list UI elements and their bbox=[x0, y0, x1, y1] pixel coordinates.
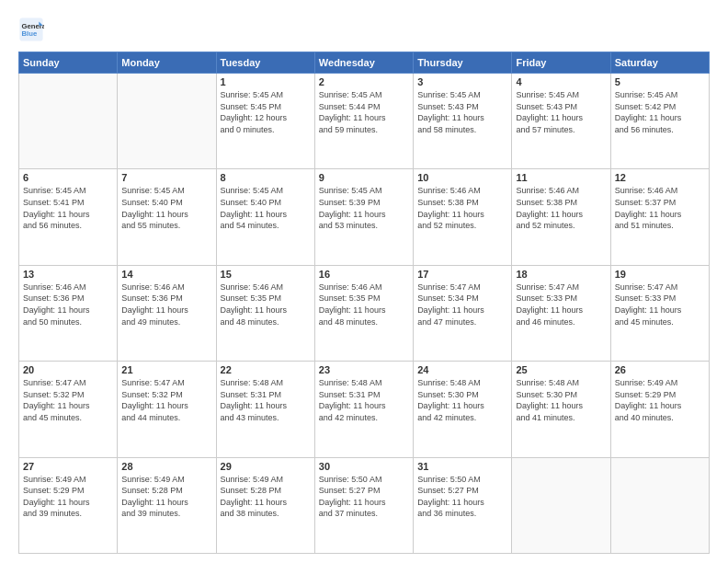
cell-info: Sunrise: 5:45 AM Sunset: 5:44 PM Dayligh… bbox=[319, 89, 409, 135]
calendar-cell: 15Sunrise: 5:46 AM Sunset: 5:35 PM Dayli… bbox=[216, 265, 314, 361]
cell-info: Sunrise: 5:46 AM Sunset: 5:35 PM Dayligh… bbox=[221, 282, 311, 327]
cell-info: Sunrise: 5:48 AM Sunset: 5:30 PM Dayligh… bbox=[516, 377, 606, 423]
cell-info: Sunrise: 5:45 AM Sunset: 5:39 PM Dayligh… bbox=[319, 185, 409, 231]
cell-info: Sunrise: 5:45 AM Sunset: 5:43 PM Dayligh… bbox=[417, 89, 507, 135]
col-header-saturday: Saturday bbox=[610, 52, 709, 74]
calendar-header-row: SundayMondayTuesdayWednesdayThursdayFrid… bbox=[19, 52, 710, 74]
day-number: 22 bbox=[221, 364, 311, 375]
day-number: 10 bbox=[417, 172, 507, 183]
day-number: 30 bbox=[319, 461, 409, 472]
day-number: 21 bbox=[121, 364, 211, 375]
cell-info: Sunrise: 5:46 AM Sunset: 5:35 PM Dayligh… bbox=[319, 282, 409, 327]
day-number: 1 bbox=[221, 76, 311, 87]
calendar-week-5: 27Sunrise: 5:49 AM Sunset: 5:29 PM Dayli… bbox=[19, 457, 710, 553]
cell-info: Sunrise: 5:49 AM Sunset: 5:28 PM Dayligh… bbox=[121, 474, 211, 520]
cell-info: Sunrise: 5:45 AM Sunset: 5:43 PM Dayligh… bbox=[516, 89, 606, 135]
col-header-wednesday: Wednesday bbox=[314, 52, 413, 74]
cell-info: Sunrise: 5:49 AM Sunset: 5:29 PM Dayligh… bbox=[23, 474, 113, 520]
calendar-cell: 12Sunrise: 5:46 AM Sunset: 5:37 PM Dayli… bbox=[610, 169, 709, 265]
day-number: 17 bbox=[417, 269, 507, 280]
calendar-cell: 8Sunrise: 5:45 AM Sunset: 5:40 PM Daylig… bbox=[216, 169, 314, 265]
cell-info: Sunrise: 5:50 AM Sunset: 5:27 PM Dayligh… bbox=[319, 474, 409, 520]
calendar-cell bbox=[512, 457, 610, 553]
page: General Blue SundayMondayTuesdayWednesda… bbox=[0, 0, 728, 563]
day-number: 25 bbox=[516, 364, 606, 375]
cell-info: Sunrise: 5:46 AM Sunset: 5:37 PM Dayligh… bbox=[615, 185, 705, 231]
calendar-cell: 6Sunrise: 5:45 AM Sunset: 5:41 PM Daylig… bbox=[19, 169, 118, 265]
calendar-cell: 13Sunrise: 5:46 AM Sunset: 5:36 PM Dayli… bbox=[19, 265, 118, 361]
calendar-cell: 3Sunrise: 5:45 AM Sunset: 5:43 PM Daylig… bbox=[414, 74, 512, 169]
calendar-cell: 16Sunrise: 5:46 AM Sunset: 5:35 PM Dayli… bbox=[314, 265, 413, 361]
cell-info: Sunrise: 5:49 AM Sunset: 5:28 PM Dayligh… bbox=[221, 474, 311, 520]
col-header-friday: Friday bbox=[512, 52, 610, 74]
day-number: 26 bbox=[615, 364, 705, 375]
calendar-cell: 10Sunrise: 5:46 AM Sunset: 5:38 PM Dayli… bbox=[414, 169, 512, 265]
calendar-week-1: 1Sunrise: 5:45 AM Sunset: 5:45 PM Daylig… bbox=[19, 74, 710, 169]
cell-info: Sunrise: 5:47 AM Sunset: 5:33 PM Dayligh… bbox=[615, 282, 705, 327]
day-number: 19 bbox=[615, 269, 705, 280]
cell-info: Sunrise: 5:47 AM Sunset: 5:34 PM Dayligh… bbox=[417, 282, 507, 327]
calendar-cell: 30Sunrise: 5:50 AM Sunset: 5:27 PM Dayli… bbox=[314, 457, 413, 553]
cell-info: Sunrise: 5:48 AM Sunset: 5:31 PM Dayligh… bbox=[221, 377, 311, 423]
cell-info: Sunrise: 5:46 AM Sunset: 5:36 PM Dayligh… bbox=[121, 282, 211, 327]
day-number: 18 bbox=[516, 269, 606, 280]
calendar-week-2: 6Sunrise: 5:45 AM Sunset: 5:41 PM Daylig… bbox=[19, 169, 710, 265]
day-number: 5 bbox=[615, 76, 705, 87]
calendar-cell: 18Sunrise: 5:47 AM Sunset: 5:33 PM Dayli… bbox=[512, 265, 610, 361]
calendar-cell: 29Sunrise: 5:49 AM Sunset: 5:28 PM Dayli… bbox=[216, 457, 314, 553]
cell-info: Sunrise: 5:48 AM Sunset: 5:30 PM Dayligh… bbox=[417, 377, 507, 423]
col-header-monday: Monday bbox=[118, 52, 216, 74]
calendar-cell: 11Sunrise: 5:46 AM Sunset: 5:38 PM Dayli… bbox=[512, 169, 610, 265]
day-number: 6 bbox=[23, 172, 113, 183]
calendar-cell: 17Sunrise: 5:47 AM Sunset: 5:34 PM Dayli… bbox=[414, 265, 512, 361]
calendar-cell: 24Sunrise: 5:48 AM Sunset: 5:30 PM Dayli… bbox=[414, 362, 512, 457]
day-number: 4 bbox=[516, 76, 606, 87]
calendar-cell bbox=[19, 74, 118, 169]
day-number: 7 bbox=[121, 172, 211, 183]
day-number: 12 bbox=[615, 172, 705, 183]
cell-info: Sunrise: 5:46 AM Sunset: 5:36 PM Dayligh… bbox=[23, 282, 113, 327]
cell-info: Sunrise: 5:45 AM Sunset: 5:42 PM Dayligh… bbox=[615, 89, 705, 135]
header: General Blue bbox=[18, 17, 710, 42]
day-number: 20 bbox=[23, 364, 113, 375]
day-number: 14 bbox=[121, 269, 211, 280]
day-number: 8 bbox=[221, 172, 311, 183]
day-number: 28 bbox=[121, 461, 211, 472]
cell-info: Sunrise: 5:46 AM Sunset: 5:38 PM Dayligh… bbox=[516, 185, 606, 231]
calendar-table: SundayMondayTuesdayWednesdayThursdayFrid… bbox=[18, 52, 710, 554]
day-number: 24 bbox=[417, 364, 507, 375]
calendar-cell: 25Sunrise: 5:48 AM Sunset: 5:30 PM Dayli… bbox=[512, 362, 610, 457]
cell-info: Sunrise: 5:45 AM Sunset: 5:45 PM Dayligh… bbox=[221, 89, 311, 135]
calendar-cell: 4Sunrise: 5:45 AM Sunset: 5:43 PM Daylig… bbox=[512, 74, 610, 169]
day-number: 29 bbox=[221, 461, 311, 472]
calendar-cell: 7Sunrise: 5:45 AM Sunset: 5:40 PM Daylig… bbox=[118, 169, 216, 265]
day-number: 3 bbox=[417, 76, 507, 87]
cell-info: Sunrise: 5:49 AM Sunset: 5:29 PM Dayligh… bbox=[615, 377, 705, 423]
day-number: 16 bbox=[319, 269, 409, 280]
logo-icon: General Blue bbox=[18, 17, 44, 42]
calendar-cell bbox=[118, 74, 216, 169]
cell-info: Sunrise: 5:48 AM Sunset: 5:31 PM Dayligh… bbox=[319, 377, 409, 423]
calendar-cell: 1Sunrise: 5:45 AM Sunset: 5:45 PM Daylig… bbox=[216, 74, 314, 169]
day-number: 9 bbox=[319, 172, 409, 183]
cell-info: Sunrise: 5:45 AM Sunset: 5:41 PM Dayligh… bbox=[23, 185, 113, 231]
col-header-thursday: Thursday bbox=[414, 52, 512, 74]
calendar-cell: 26Sunrise: 5:49 AM Sunset: 5:29 PM Dayli… bbox=[610, 362, 709, 457]
calendar-cell: 28Sunrise: 5:49 AM Sunset: 5:28 PM Dayli… bbox=[118, 457, 216, 553]
calendar-cell: 14Sunrise: 5:46 AM Sunset: 5:36 PM Dayli… bbox=[118, 265, 216, 361]
calendar-cell: 5Sunrise: 5:45 AM Sunset: 5:42 PM Daylig… bbox=[610, 74, 709, 169]
cell-info: Sunrise: 5:45 AM Sunset: 5:40 PM Dayligh… bbox=[221, 185, 311, 231]
calendar-cell: 9Sunrise: 5:45 AM Sunset: 5:39 PM Daylig… bbox=[314, 169, 413, 265]
svg-text:General: General bbox=[22, 22, 45, 30]
day-number: 15 bbox=[221, 269, 311, 280]
calendar-week-3: 13Sunrise: 5:46 AM Sunset: 5:36 PM Dayli… bbox=[19, 265, 710, 361]
day-number: 31 bbox=[417, 461, 507, 472]
calendar-cell: 27Sunrise: 5:49 AM Sunset: 5:29 PM Dayli… bbox=[19, 457, 118, 553]
calendar-cell: 23Sunrise: 5:48 AM Sunset: 5:31 PM Dayli… bbox=[314, 362, 413, 457]
cell-info: Sunrise: 5:47 AM Sunset: 5:33 PM Dayligh… bbox=[516, 282, 606, 327]
cell-info: Sunrise: 5:45 AM Sunset: 5:40 PM Dayligh… bbox=[121, 185, 211, 231]
calendar-cell: 20Sunrise: 5:47 AM Sunset: 5:32 PM Dayli… bbox=[19, 362, 118, 457]
calendar-cell: 2Sunrise: 5:45 AM Sunset: 5:44 PM Daylig… bbox=[314, 74, 413, 169]
day-number: 2 bbox=[319, 76, 409, 87]
cell-info: Sunrise: 5:50 AM Sunset: 5:27 PM Dayligh… bbox=[417, 474, 507, 520]
